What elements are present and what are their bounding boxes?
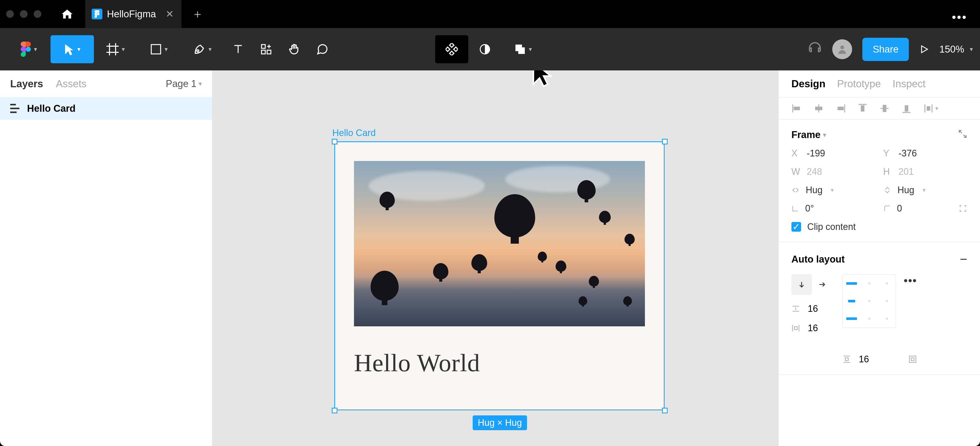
align-left-icon[interactable] (791, 103, 802, 114)
text-tool-button[interactable] (224, 35, 252, 63)
main-menu-button[interactable]: ▾ (7, 35, 51, 63)
comment-tool-button[interactable] (308, 35, 336, 63)
resources-tool-button[interactable] (252, 35, 280, 63)
alignment-anchor-grid[interactable] (842, 274, 896, 328)
present-button[interactable] (919, 44, 929, 54)
layer-name: Hello Card (27, 103, 76, 114)
autolayout-section: Auto layout − 16 (779, 242, 980, 375)
window-minimize[interactable] (20, 10, 27, 18)
svg-rect-38 (927, 106, 930, 110)
tab-prototype[interactable]: Prototype (837, 78, 881, 90)
distribute-icon[interactable]: ▾ (923, 103, 938, 114)
svg-rect-21 (518, 48, 525, 54)
component-tool-button[interactable] (435, 35, 468, 63)
svg-rect-6 (151, 44, 161, 54)
corner-radius-field[interactable]: 0 (883, 203, 967, 214)
frame-tool-button[interactable]: ▾ (94, 35, 137, 63)
padding-v-field[interactable]: 16 (842, 354, 917, 365)
svg-rect-31 (861, 106, 864, 111)
hand-tool-button[interactable] (280, 35, 308, 63)
clip-content-field[interactable]: ✓ Clip content (791, 221, 967, 232)
independent-corners-icon[interactable] (959, 204, 967, 213)
shape-tool-button[interactable]: ▾ (137, 35, 181, 63)
window-menu-icon[interactable]: ••• (952, 10, 967, 24)
page-selector[interactable]: Page 1 ▾ (166, 78, 202, 89)
direction-vertical-button[interactable] (791, 274, 812, 295)
share-button[interactable]: Share (862, 38, 908, 61)
tab-assets[interactable]: Assets (56, 78, 86, 90)
align-top-icon[interactable] (857, 103, 868, 114)
svg-rect-35 (905, 106, 908, 111)
boolean-tool-button[interactable]: ▾ (501, 35, 545, 63)
w-field[interactable]: W248 (791, 167, 876, 177)
clip-content-checkbox[interactable]: ✓ (791, 222, 801, 232)
svg-point-22 (840, 45, 844, 49)
align-bottom-icon[interactable] (901, 103, 912, 114)
left-panel-header: Layers Assets Page 1 ▾ (0, 70, 212, 97)
resize-handle-sw[interactable] (332, 408, 337, 413)
resize-to-fit-icon[interactable] (958, 129, 967, 138)
y-field[interactable]: Y-376 (883, 148, 967, 159)
x-field[interactable]: X-199 (791, 148, 876, 159)
svg-point-1 (26, 47, 31, 52)
resize-w-field[interactable]: Hug▾ (791, 185, 876, 195)
remove-autolayout-icon[interactable]: − (960, 252, 967, 267)
resize-handle-ne[interactable] (662, 139, 668, 144)
svg-rect-17 (445, 47, 450, 52)
gap-field[interactable]: 16 (791, 303, 832, 314)
align-right-icon[interactable] (835, 103, 846, 114)
right-panel: Design Prototype Inspect ▾ Frame ▾ (778, 70, 980, 446)
tab-design[interactable]: Design (791, 78, 825, 90)
pen-tool-button[interactable]: ▾ (181, 35, 224, 63)
autolayout-frame-icon (10, 104, 19, 113)
svg-point-0 (97, 13, 100, 15)
left-panel: Layers Assets Page 1 ▾ Hello Card (0, 70, 212, 446)
svg-rect-25 (794, 107, 800, 110)
svg-rect-50 (909, 356, 916, 363)
frame-section-title[interactable]: Frame ▾ (791, 129, 967, 140)
svg-rect-11 (267, 50, 271, 54)
cursor-icon (530, 70, 556, 90)
h-field[interactable]: H201 (883, 167, 967, 177)
document-tab[interactable]: HelloFigma ✕ (85, 0, 181, 28)
zoom-control[interactable]: 150% ▾ (939, 44, 973, 55)
autolayout-title: Auto layout (791, 254, 845, 265)
tab-title: HelloFigma (107, 9, 156, 20)
window-maximize[interactable] (34, 10, 41, 18)
selection-label[interactable]: Hello Card (332, 128, 375, 138)
svg-rect-12 (262, 50, 266, 54)
svg-rect-33 (883, 105, 886, 112)
svg-rect-15 (450, 43, 454, 47)
alignment-controls: ▾ (779, 97, 980, 120)
align-hcenter-icon[interactable] (813, 103, 824, 114)
resize-h-field[interactable]: Hug▾ (883, 185, 967, 195)
mask-tool-button[interactable] (468, 35, 501, 63)
move-tool-button[interactable]: ▾ (51, 35, 94, 63)
layer-row[interactable]: Hello Card (0, 97, 212, 120)
svg-rect-49 (845, 358, 848, 360)
toolbar: ▾ ▾ ▾ ▾ ▾ (0, 28, 980, 70)
selection-outline (334, 141, 665, 410)
close-tab-icon[interactable]: ✕ (165, 8, 174, 20)
home-icon[interactable] (62, 10, 73, 19)
zoom-value: 150% (939, 44, 964, 55)
tab-inspect[interactable]: Inspect (893, 78, 926, 90)
user-avatar[interactable] (832, 39, 852, 59)
right-panel-tabs: Design Prototype Inspect (779, 70, 980, 97)
padding-h-field[interactable]: 16 (791, 323, 832, 333)
new-tab-button[interactable]: ＋ (192, 6, 204, 22)
svg-point-7 (197, 50, 199, 52)
align-vcenter-icon[interactable] (879, 103, 890, 114)
share-button-label: Share (873, 44, 898, 55)
tab-layers[interactable]: Layers (10, 78, 43, 90)
independent-padding-icon[interactable] (908, 355, 917, 363)
audio-icon[interactable] (808, 42, 822, 56)
dimension-badge: Hug × Hug (473, 415, 527, 430)
autolayout-more-icon[interactable]: ••• (904, 274, 917, 287)
resize-handle-se[interactable] (662, 408, 668, 413)
direction-horizontal-button[interactable] (812, 274, 832, 295)
resize-handle-nw[interactable] (332, 139, 337, 144)
window-close[interactable] (6, 10, 14, 18)
canvas[interactable]: Hello Card (212, 70, 778, 446)
rotation-field[interactable]: 0° (791, 203, 876, 214)
